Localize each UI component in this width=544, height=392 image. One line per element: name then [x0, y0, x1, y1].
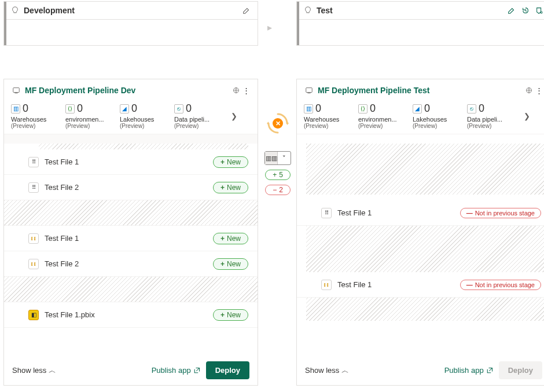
item-name: Test File 2 — [45, 259, 213, 268]
metric-pipelines[interactable]: ⎋0 Data pipeli... (Preview) — [174, 102, 229, 129]
item-name: Test File 1 — [337, 208, 460, 217]
stage-title: Development — [24, 6, 241, 15]
svg-rect-4 — [306, 88, 313, 93]
added-count-pill: +5 — [265, 170, 291, 180]
new-badge: +New — [213, 309, 248, 321]
pbix-icon: ◧ — [28, 310, 39, 320]
compare-columns-icon: ▥▥ — [265, 152, 278, 164]
hatched-placeholder — [39, 144, 248, 149]
dataset-icon: ⠿ — [28, 157, 39, 167]
metrics-row: ▥0 Warehouses (Preview) ⟨⟩0 environmen..… — [297, 98, 544, 134]
settings-gear-icon[interactable] — [534, 5, 544, 16]
report-icon: ⫾⫾ — [321, 280, 332, 290]
item-row[interactable]: ⠿ Test File 1 +New — [4, 149, 258, 175]
workspace-title: MF Deployment Pipeline Dev — [25, 86, 234, 95]
stage-header-development: Development — [3, 1, 258, 46]
metric-pipelines[interactable]: ⎋0 Data pipeli... (Preview) — [467, 102, 521, 129]
hatched-placeholder — [306, 298, 544, 321]
workspace-icon — [304, 85, 314, 96]
sync-ring-icon: ✕ — [266, 112, 289, 135]
hatched-placeholder — [306, 226, 544, 272]
metrics-next-icon[interactable]: ❯ — [229, 111, 239, 121]
new-badge: +New — [213, 182, 248, 193]
stage-accent — [4, 2, 6, 45]
section-gap — [4, 134, 258, 144]
sync-status: ✕ ▥▥ ˅ +5 −2 — [264, 112, 292, 195]
chevron-down-icon: ˅ — [278, 152, 291, 164]
item-name: Test File 1.pbix — [45, 310, 213, 319]
item-row[interactable]: ⠿ Test File 2 +New — [4, 175, 258, 200]
svg-marker-7 — [287, 122, 289, 125]
item-row[interactable]: ⫾⫾ Test File 2 +New — [4, 251, 258, 277]
web-icon[interactable] — [524, 85, 534, 96]
hatched-placeholder — [4, 200, 258, 226]
item-name: Test File 1 — [45, 234, 213, 243]
removed-count-pill: −2 — [265, 185, 291, 195]
dataset-icon: ⠿ — [28, 182, 39, 193]
new-badge: +New — [213, 233, 248, 244]
report-icon: ⫾⫾ — [28, 259, 39, 269]
stage-title: Test — [317, 6, 506, 15]
not-in-previous-badge: —Not in previous stage — [460, 280, 541, 290]
publish-app-link[interactable]: Publish app — [152, 366, 200, 375]
hatched-placeholder — [4, 277, 258, 302]
item-name: Test File 1 — [45, 157, 213, 166]
show-less-toggle[interactable]: Show less ︿ — [12, 365, 146, 376]
hatched-placeholder — [306, 144, 544, 195]
edit-icon[interactable] — [506, 5, 517, 16]
new-badge: +New — [213, 258, 248, 270]
item-row[interactable]: ⠿ Test File 1 —Not in previous stage — [297, 200, 544, 226]
metric-warehouses[interactable]: ▥0 Warehouses (Preview) — [304, 102, 358, 129]
report-icon: ⫾⫾ — [28, 233, 39, 244]
svg-rect-5 — [307, 93, 310, 93]
metric-lakehouses[interactable]: ◢0 Lakehouses (Preview) — [413, 102, 467, 129]
workspace-icon — [11, 85, 21, 96]
metric-warehouses[interactable]: ▥0 Warehouses (Preview) — [11, 102, 65, 129]
show-less-toggle[interactable]: Show less ︿ — [305, 365, 439, 376]
svg-marker-8 — [267, 122, 269, 125]
publish-app-link[interactable]: Publish app — [444, 366, 493, 375]
item-name: Test File 1 — [337, 280, 460, 289]
metrics-next-icon[interactable]: ❯ — [521, 111, 532, 121]
workspace-panel-test: MF Deployment Pipeline Test ⋮ ▥0 Warehou… — [296, 79, 544, 386]
stage-header-test: Test — [296, 1, 544, 46]
more-options-icon[interactable]: ⋮ — [534, 86, 543, 95]
not-in-previous-badge: —Not in previous stage — [460, 208, 541, 218]
svg-rect-2 — [14, 93, 17, 93]
metrics-row: ▥0 Warehouses (Preview) ⟨⟩0 environmen..… — [4, 98, 258, 134]
stage-accent — [297, 2, 299, 45]
svg-rect-1 — [13, 88, 20, 93]
compare-view-button[interactable]: ▥▥ ˅ — [264, 151, 291, 165]
metric-lakehouses[interactable]: ◢0 Lakehouses (Preview) — [120, 102, 174, 129]
metric-environments[interactable]: ⟨⟩0 environmen... (Preview) — [65, 102, 120, 129]
rocket-icon — [10, 5, 20, 16]
deploy-button: Deploy — [499, 361, 542, 379]
more-options-icon[interactable]: ⋮ — [241, 86, 251, 95]
edit-icon[interactable] — [241, 5, 252, 16]
deploy-button[interactable]: Deploy — [206, 361, 249, 379]
item-name: Test File 2 — [45, 183, 213, 192]
history-icon[interactable] — [520, 5, 531, 16]
item-row[interactable]: ⫾⫾ Test File 1 +New — [4, 226, 258, 251]
item-row[interactable]: ◧ Test File 1.pbix +New — [4, 302, 258, 328]
web-icon[interactable] — [231, 85, 241, 96]
stage-arrow-icon: ▸ — [267, 22, 272, 33]
item-row[interactable]: ⫾⫾ Test File 1 —Not in previous stage — [297, 272, 544, 298]
metric-environments[interactable]: ⟨⟩0 environmen... (Preview) — [358, 102, 413, 129]
workspace-title: MF Deployment Pipeline Test — [318, 86, 527, 95]
rocket-icon — [303, 5, 313, 16]
dataset-icon: ⠿ — [321, 208, 332, 218]
workspace-panel-dev: MF Deployment Pipeline Dev ⋮ ▥0 Warehous… — [3, 79, 258, 386]
sync-error-icon: ✕ — [273, 118, 283, 129]
new-badge: +New — [213, 156, 248, 168]
